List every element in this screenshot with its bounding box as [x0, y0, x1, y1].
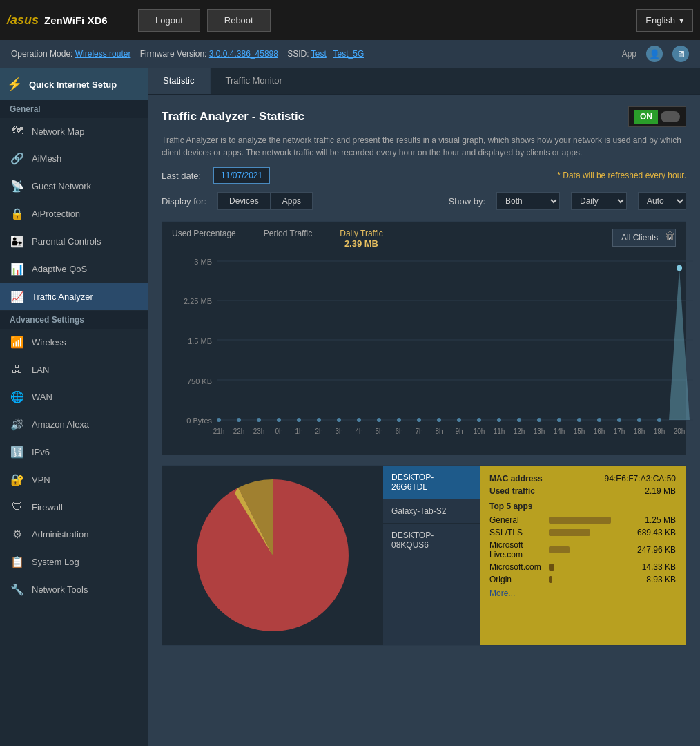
firmware-value[interactable]: 3.0.0.4.386_45898	[209, 49, 278, 59]
app-bar-general	[549, 517, 611, 524]
svg-text:21h: 21h	[213, 428, 225, 435]
tab-traffic-monitor[interactable]: Traffic Monitor	[211, 68, 298, 94]
quick-internet-setup[interactable]: ⚡ Quick Internet Setup	[0, 68, 148, 100]
show-by-select[interactable]: Both Upload Download	[496, 192, 560, 210]
sidebar-item-lan[interactable]: 🖧 LAN	[0, 356, 148, 383]
guest-network-icon: 📡	[10, 180, 25, 193]
daily-traffic-label: Daily Traffic	[340, 229, 382, 238]
sidebar: ⚡ Quick Internet Setup General 🗺 Network…	[0, 68, 148, 746]
app-size-origin: 8.93 KB	[646, 575, 676, 584]
sidebar-item-adaptive-qos[interactable]: 📊 Adaptive QoS	[0, 256, 148, 283]
sidebar-item-firewall[interactable]: 🛡 Firewall	[0, 494, 148, 521]
svg-text:11h: 11h	[494, 428, 505, 435]
sidebar-label-network-tools: Network Tools	[32, 584, 88, 595]
svg-point-20	[417, 418, 421, 422]
more-link[interactable]: More...	[489, 589, 676, 598]
svg-text:3 MB: 3 MB	[194, 258, 212, 266]
reboot-button[interactable]: Reboot	[207, 9, 271, 32]
sidebar-label-guest-network: Guest Network	[32, 181, 91, 191]
sidebar-item-wan[interactable]: 🌐 WAN	[0, 383, 148, 411]
content-area: Statistic Traffic Monitor Traffic Analyz…	[148, 68, 700, 746]
svg-point-24	[497, 418, 501, 422]
svg-text:12h: 12h	[514, 428, 525, 435]
description-text: Traffic Analyzer is to analyze the netwo…	[162, 134, 686, 159]
device-item-desktop-26g6tdl[interactable]: DESKTOP-26G6TDL	[383, 466, 480, 499]
sidebar-item-network-map[interactable]: 🗺 Network Map	[0, 118, 148, 145]
ssid-value[interactable]: Test	[311, 49, 327, 59]
devices-button[interactable]: Devices	[217, 192, 271, 210]
tab-bar: Statistic Traffic Monitor	[148, 68, 700, 95]
device-item-desktop-08kqus6[interactable]: DESKTOP-08KQUS6	[383, 524, 480, 557]
ssid-5g-value[interactable]: Test_5G	[333, 49, 364, 59]
svg-point-12	[257, 418, 261, 422]
svg-point-10	[217, 418, 221, 422]
monitor-icon[interactable]: 🖥	[672, 46, 689, 62]
period-select[interactable]: Daily Weekly Monthly	[571, 192, 627, 210]
adaptive-qos-icon: 📊	[10, 262, 25, 276]
svg-text:1.5 MB: 1.5 MB	[188, 337, 212, 345]
used-traffic-label: Used traffic	[489, 486, 535, 496]
apps-button[interactable]: Apps	[271, 192, 313, 210]
sidebar-item-guest-network[interactable]: 📡 Guest Network	[0, 173, 148, 200]
operation-mode-value[interactable]: Wireless router	[75, 49, 131, 59]
daily-traffic-value: 2.39 MB	[340, 238, 382, 249]
wireless-icon: 📶	[10, 336, 25, 349]
sidebar-item-parental-controls[interactable]: 👨‍👧 Parental Controls	[0, 228, 148, 256]
sidebar-item-ipv6[interactable]: 🔢 IPv6	[0, 439, 148, 466]
language-selector[interactable]: English ▾	[636, 9, 693, 32]
svg-point-25	[517, 418, 521, 422]
aimesh-icon: 🔗	[10, 152, 25, 165]
pie-section	[162, 466, 383, 645]
sidebar-item-system-log[interactable]: 📋 System Log	[0, 548, 148, 576]
svg-text:1h: 1h	[295, 428, 302, 435]
sidebar-item-aiprotection[interactable]: 🔒 AiProtection	[0, 200, 148, 228]
sidebar-label-network-map: Network Map	[32, 126, 85, 137]
chart-spike	[669, 268, 690, 420]
mac-address-row: MAC address 94:E6:F7:A3:CA:50	[489, 474, 676, 484]
sidebar-label-system-log: System Log	[32, 557, 79, 567]
advanced-section-title: Advanced Settings	[0, 311, 148, 329]
sidebar-item-network-tools[interactable]: 🔧 Network Tools	[0, 576, 148, 604]
sidebar-item-amazon-alexa[interactable]: 🔊 Amazon Alexa	[0, 411, 148, 439]
user-icon[interactable]: 👤	[646, 46, 663, 62]
svg-point-32	[657, 418, 661, 422]
sidebar-item-wireless[interactable]: 📶 Wireless	[0, 329, 148, 356]
svg-text:17h: 17h	[614, 428, 625, 435]
sidebar-item-aimesh[interactable]: 🔗 AiMesh	[0, 145, 148, 173]
trash-icon[interactable]: 🗑	[665, 230, 676, 242]
svg-point-21	[437, 418, 441, 422]
administration-icon: ⚙	[10, 528, 25, 541]
sidebar-label-wireless: Wireless	[32, 337, 66, 347]
app-name-ms-live: MicrosoftLive.com	[489, 540, 545, 560]
svg-point-22	[457, 418, 461, 422]
tab-statistic[interactable]: Statistic	[148, 68, 211, 94]
scale-select[interactable]: Auto 1MB 10MB	[638, 192, 686, 210]
vpn-icon: 🔐	[10, 473, 25, 486]
main-layout: ⚡ Quick Internet Setup General 🗺 Network…	[0, 68, 700, 746]
sidebar-item-administration[interactable]: ⚙ Administration	[0, 521, 148, 548]
device-item-galaxy-tab-s2[interactable]: Galaxy-Tab-S2	[383, 499, 480, 524]
svg-text:750 KB: 750 KB	[187, 377, 212, 385]
sidebar-label-ipv6: IPv6	[32, 447, 50, 457]
info-bar: Operation Mode: Wireless router Firmware…	[0, 40, 700, 68]
svg-point-16	[337, 418, 341, 422]
svg-point-14	[297, 418, 301, 422]
logout-button[interactable]: Logout	[138, 9, 200, 32]
sidebar-label-aimesh: AiMesh	[32, 153, 61, 164]
svg-point-27	[557, 418, 561, 422]
sidebar-item-traffic-analyzer[interactable]: 📈 Traffic Analyzer	[0, 283, 148, 311]
sidebar-label-amazon-alexa: Amazon Alexa	[32, 419, 89, 430]
mac-address-label: MAC address	[489, 474, 543, 484]
sidebar-label-vpn: VPN	[32, 475, 50, 485]
sidebar-label-lan: LAN	[32, 365, 49, 375]
sidebar-item-vpn[interactable]: 🔐 VPN	[0, 466, 148, 494]
svg-text:23h: 23h	[253, 428, 265, 435]
toggle-on-button[interactable]: ON	[628, 106, 686, 127]
last-date-value: 11/07/2021	[213, 167, 270, 184]
svg-text:2.25 MB: 2.25 MB	[184, 297, 212, 305]
svg-point-11	[237, 418, 241, 422]
svg-text:5h: 5h	[375, 428, 382, 435]
sidebar-label-traffic-analyzer: Traffic Analyzer	[32, 291, 93, 302]
svg-text:0 Bytes: 0 Bytes	[186, 417, 212, 425]
svg-point-19	[397, 418, 401, 422]
